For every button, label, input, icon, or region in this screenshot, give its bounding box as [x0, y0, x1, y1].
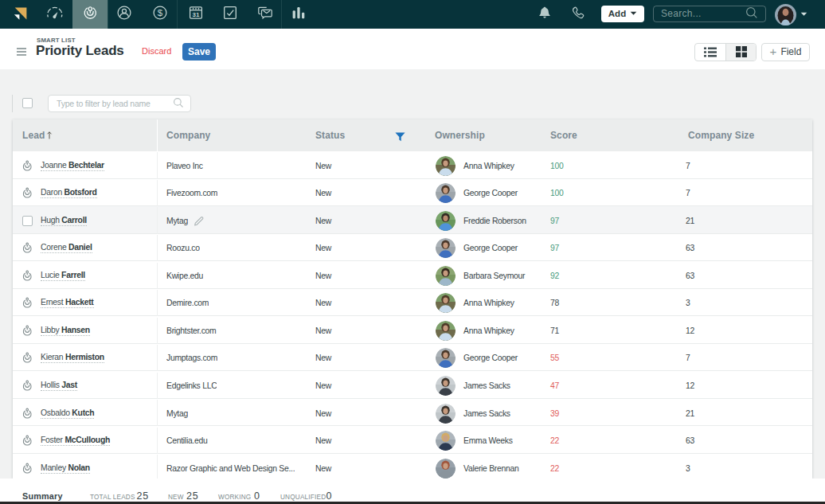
- svg-text:31: 31: [192, 11, 199, 18]
- svg-text:$: $: [158, 8, 163, 18]
